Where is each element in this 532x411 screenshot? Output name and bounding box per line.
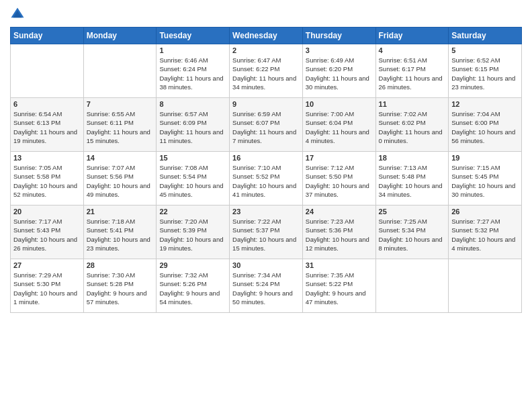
day-number: 5 [451, 46, 519, 54]
day-number: 13 [13, 154, 81, 162]
day-number: 10 [306, 100, 373, 108]
day-number: 17 [306, 154, 373, 162]
header-cell-monday: Monday [83, 28, 157, 44]
day-info: Sunrise: 7:22 AMSunset: 5:37 PMDaylight:… [232, 217, 300, 253]
day-info: Sunrise: 6:57 AMSunset: 6:09 PMDaylight:… [159, 109, 226, 145]
day-info: Sunrise: 7:25 AMSunset: 5:34 PMDaylight:… [379, 217, 446, 253]
week-row-3: 13Sunrise: 7:05 AMSunset: 5:58 PMDayligh… [11, 152, 522, 205]
day-number: 8 [159, 100, 226, 108]
day-number: 18 [379, 154, 446, 162]
day-info: Sunrise: 7:30 AMSunset: 5:28 PMDaylight:… [87, 271, 154, 306]
day-number: 20 [13, 208, 81, 216]
day-cell: 9Sunrise: 6:59 AMSunset: 6:07 PMDaylight… [230, 98, 303, 152]
day-cell: 11Sunrise: 7:02 AMSunset: 6:02 PMDayligh… [375, 98, 449, 152]
day-cell: 23Sunrise: 7:22 AMSunset: 5:37 PMDayligh… [230, 205, 303, 259]
day-number: 22 [159, 208, 226, 216]
day-number: 16 [232, 154, 300, 162]
day-number: 24 [306, 208, 373, 216]
day-cell: 31Sunrise: 7:35 AMSunset: 5:22 PMDayligh… [302, 259, 375, 313]
header-cell-saturday: Saturday [449, 28, 522, 44]
day-cell [375, 259, 449, 313]
day-number: 4 [379, 46, 446, 54]
day-info: Sunrise: 7:10 AMSunset: 5:52 PMDaylight:… [232, 163, 300, 199]
day-info: Sunrise: 7:35 AMSunset: 5:22 PMDaylight:… [306, 271, 373, 306]
day-number: 19 [451, 154, 519, 162]
header-row: SundayMondayTuesdayWednesdayThursdayFrid… [11, 28, 522, 44]
day-cell: 28Sunrise: 7:30 AMSunset: 5:28 PMDayligh… [83, 259, 157, 313]
week-row-5: 27Sunrise: 7:29 AMSunset: 5:30 PMDayligh… [11, 259, 522, 313]
day-cell [83, 44, 157, 98]
day-info: Sunrise: 7:23 AMSunset: 5:36 PMDaylight:… [306, 217, 373, 253]
day-cell: 4Sunrise: 6:51 AMSunset: 6:17 PMDaylight… [375, 44, 449, 98]
day-number: 1 [159, 46, 226, 54]
day-info: Sunrise: 7:34 AMSunset: 5:24 PMDaylight:… [232, 271, 300, 306]
day-cell: 3Sunrise: 6:49 AMSunset: 6:20 PMDaylight… [302, 44, 375, 98]
day-cell: 24Sunrise: 7:23 AMSunset: 5:36 PMDayligh… [302, 205, 375, 259]
header-cell-wednesday: Wednesday [230, 28, 303, 44]
day-info: Sunrise: 7:13 AMSunset: 5:48 PMDaylight:… [379, 163, 446, 199]
header-cell-sunday: Sunday [11, 28, 84, 44]
day-info: Sunrise: 7:20 AMSunset: 5:39 PMDaylight:… [159, 217, 226, 253]
day-number: 14 [87, 154, 154, 162]
header-cell-tuesday: Tuesday [157, 28, 230, 44]
day-cell: 1Sunrise: 6:46 AMSunset: 6:24 PMDaylight… [157, 44, 230, 98]
day-number: 7 [87, 100, 154, 108]
day-cell: 6Sunrise: 6:54 AMSunset: 6:13 PMDaylight… [11, 98, 84, 152]
day-cell: 29Sunrise: 7:32 AMSunset: 5:26 PMDayligh… [157, 259, 230, 313]
day-number: 31 [306, 261, 373, 269]
day-number: 27 [13, 261, 81, 269]
day-cell: 18Sunrise: 7:13 AMSunset: 5:48 PMDayligh… [375, 152, 449, 205]
calendar-table: SundayMondayTuesdayWednesdayThursdayFrid… [10, 27, 522, 313]
day-info: Sunrise: 7:02 AMSunset: 6:02 PMDaylight:… [379, 109, 446, 145]
day-cell: 16Sunrise: 7:10 AMSunset: 5:52 PMDayligh… [230, 152, 303, 205]
day-info: Sunrise: 7:18 AMSunset: 5:41 PMDaylight:… [87, 217, 154, 253]
day-cell: 12Sunrise: 7:04 AMSunset: 6:00 PMDayligh… [449, 98, 522, 152]
day-cell: 20Sunrise: 7:17 AMSunset: 5:43 PMDayligh… [11, 205, 84, 259]
day-info: Sunrise: 7:08 AMSunset: 5:54 PMDaylight:… [159, 163, 226, 199]
day-number: 29 [159, 261, 226, 269]
day-info: Sunrise: 7:12 AMSunset: 5:50 PMDaylight:… [306, 163, 373, 199]
day-info: Sunrise: 7:17 AMSunset: 5:43 PMDaylight:… [13, 217, 81, 253]
day-info: Sunrise: 6:49 AMSunset: 6:20 PMDaylight:… [306, 56, 373, 91]
day-cell: 25Sunrise: 7:25 AMSunset: 5:34 PMDayligh… [375, 205, 449, 259]
day-number: 12 [451, 100, 519, 108]
day-cell: 17Sunrise: 7:12 AMSunset: 5:50 PMDayligh… [302, 152, 375, 205]
day-cell: 8Sunrise: 6:57 AMSunset: 6:09 PMDaylight… [157, 98, 230, 152]
day-number: 26 [451, 208, 519, 216]
header-cell-thursday: Thursday [302, 28, 375, 44]
page: SundayMondayTuesdayWednesdayThursdayFrid… [0, 0, 532, 411]
day-info: Sunrise: 7:07 AMSunset: 5:56 PMDaylight:… [87, 163, 154, 199]
day-cell: 26Sunrise: 7:27 AMSunset: 5:32 PMDayligh… [449, 205, 522, 259]
logo-icon [10, 7, 25, 21]
day-info: Sunrise: 7:27 AMSunset: 5:32 PMDaylight:… [451, 217, 519, 253]
day-number: 21 [87, 208, 154, 216]
header-cell-friday: Friday [375, 28, 449, 44]
day-cell: 7Sunrise: 6:55 AMSunset: 6:11 PMDaylight… [83, 98, 157, 152]
day-cell: 30Sunrise: 7:34 AMSunset: 5:24 PMDayligh… [230, 259, 303, 313]
day-cell: 22Sunrise: 7:20 AMSunset: 5:39 PMDayligh… [157, 205, 230, 259]
day-info: Sunrise: 6:47 AMSunset: 6:22 PMDaylight:… [232, 56, 300, 91]
day-cell: 13Sunrise: 7:05 AMSunset: 5:58 PMDayligh… [11, 152, 84, 205]
day-info: Sunrise: 7:15 AMSunset: 5:45 PMDaylight:… [451, 163, 519, 199]
day-number: 28 [87, 261, 154, 269]
day-cell: 21Sunrise: 7:18 AMSunset: 5:41 PMDayligh… [83, 205, 157, 259]
day-info: Sunrise: 7:29 AMSunset: 5:30 PMDaylight:… [13, 271, 81, 306]
day-info: Sunrise: 7:04 AMSunset: 6:00 PMDaylight:… [451, 109, 519, 145]
day-cell [11, 44, 84, 98]
day-cell: 14Sunrise: 7:07 AMSunset: 5:56 PMDayligh… [83, 152, 157, 205]
day-number: 2 [232, 46, 300, 54]
week-row-1: 1Sunrise: 6:46 AMSunset: 6:24 PMDaylight… [11, 44, 522, 98]
logo [10, 7, 28, 21]
day-cell [449, 259, 522, 313]
day-info: Sunrise: 6:46 AMSunset: 6:24 PMDaylight:… [159, 56, 226, 91]
week-row-2: 6Sunrise: 6:54 AMSunset: 6:13 PMDaylight… [11, 98, 522, 152]
day-number: 15 [159, 154, 226, 162]
day-info: Sunrise: 6:51 AMSunset: 6:17 PMDaylight:… [379, 56, 446, 91]
day-cell: 19Sunrise: 7:15 AMSunset: 5:45 PMDayligh… [449, 152, 522, 205]
day-info: Sunrise: 7:32 AMSunset: 5:26 PMDaylight:… [159, 271, 226, 306]
day-number: 30 [232, 261, 300, 269]
header [10, 7, 522, 21]
day-number: 23 [232, 208, 300, 216]
day-number: 11 [379, 100, 446, 108]
day-info: Sunrise: 6:54 AMSunset: 6:13 PMDaylight:… [13, 109, 81, 145]
